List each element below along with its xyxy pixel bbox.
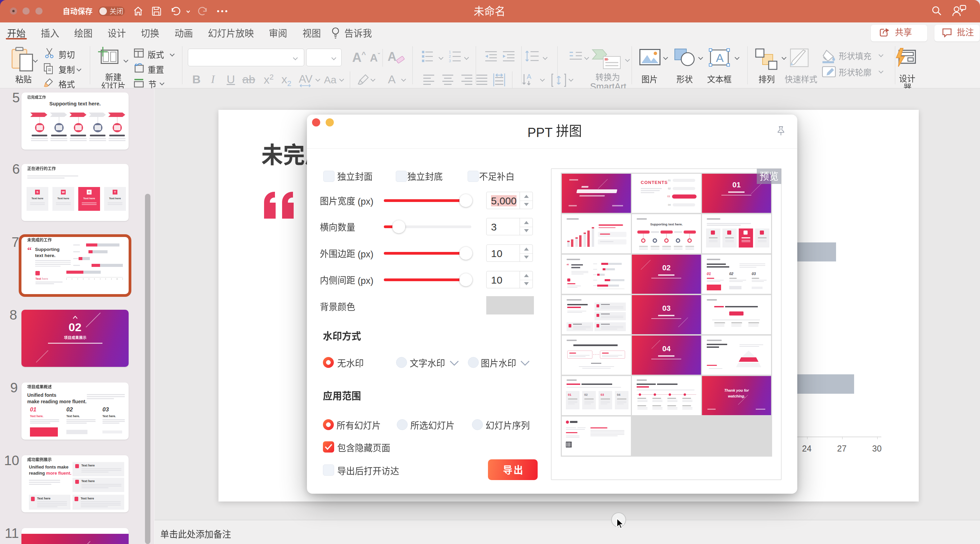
svg-text:A: A <box>716 51 724 64</box>
svg-text:3: 3 <box>449 59 451 63</box>
svg-text:2: 2 <box>449 54 451 59</box>
svg-text:1: 1 <box>449 50 451 54</box>
svg-text:A: A <box>527 73 531 80</box>
